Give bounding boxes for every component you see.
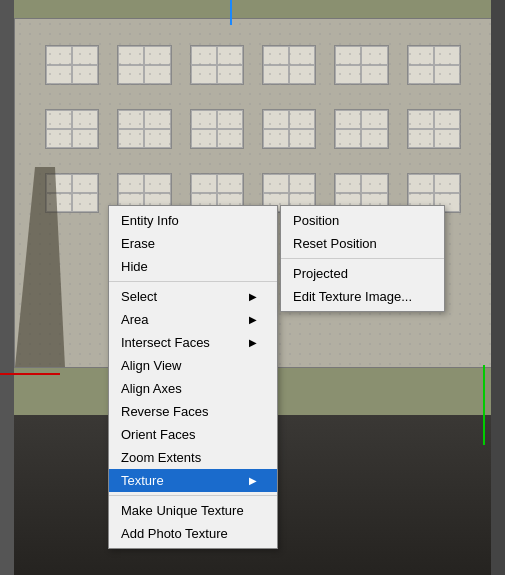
menu-item-label-align-axes: Align Axes [121,381,257,396]
menu-item-erase[interactable]: Erase [109,232,277,255]
menu-item-intersect-faces[interactable]: Intersect Faces▶ [109,331,277,354]
menu-item-label-orient-faces: Orient Faces [121,427,257,442]
texture-submenu-item-edit-texture-image[interactable]: Edit Texture Image... [281,285,444,308]
menu-item-label-area: Area [121,312,239,327]
context-menu: Entity InfoEraseHideSelect▶Area▶Intersec… [108,205,278,549]
texture-submenu-item-reset-position[interactable]: Reset Position [281,232,444,255]
menu-item-align-view[interactable]: Align View [109,354,277,377]
menu-item-label-erase: Erase [121,236,257,251]
menu-item-label-texture: Texture [121,473,239,488]
menu-item-entity-info[interactable]: Entity Info [109,209,277,232]
menu-item-label-add-photo-texture: Add Photo Texture [121,526,257,541]
texture-submenu-label-projected: Projected [293,266,424,281]
submenu-arrow-icon: ▶ [249,314,257,325]
menu-divider [109,495,277,496]
menu-item-align-axes[interactable]: Align Axes [109,377,277,400]
menu-item-label-intersect-faces: Intersect Faces [121,335,239,350]
menu-item-make-unique-texture[interactable]: Make Unique Texture [109,499,277,522]
texture-submenu-label-reset-position: Reset Position [293,236,424,251]
menu-item-hide[interactable]: Hide [109,255,277,278]
menu-item-reverse-faces[interactable]: Reverse Faces [109,400,277,423]
texture-submenu-item-position[interactable]: Position [281,209,444,232]
texture-submenu-label-edit-texture-image: Edit Texture Image... [293,289,424,304]
menu-item-texture[interactable]: Texture▶ [109,469,277,492]
menu-item-zoom-extents[interactable]: Zoom Extents [109,446,277,469]
submenu-arrow-icon: ▶ [249,475,257,486]
menu-item-area[interactable]: Area▶ [109,308,277,331]
menu-item-label-zoom-extents: Zoom Extents [121,450,257,465]
menu-item-select[interactable]: Select▶ [109,285,277,308]
menu-item-add-photo-texture[interactable]: Add Photo Texture [109,522,277,545]
menu-item-label-make-unique-texture: Make Unique Texture [121,503,257,518]
texture-submenu-divider [281,258,444,259]
texture-submenu-label-position: Position [293,213,424,228]
axis-blue-top [230,0,232,25]
menu-item-label-hide: Hide [121,259,257,274]
menu-item-label-reverse-faces: Reverse Faces [121,404,257,419]
axis-green [483,365,485,445]
viewport: Entity InfoEraseHideSelect▶Area▶Intersec… [0,0,505,575]
texture-submenu: PositionReset PositionProjectedEdit Text… [280,205,445,312]
submenu-arrow-icon: ▶ [249,291,257,302]
submenu-arrow-icon: ▶ [249,337,257,348]
menu-item-orient-faces[interactable]: Orient Faces [109,423,277,446]
menu-item-label-align-view: Align View [121,358,257,373]
right-edge-panel [491,0,505,575]
menu-item-label-entity-info: Entity Info [121,213,257,228]
texture-submenu-item-projected[interactable]: Projected [281,262,444,285]
menu-item-label-select: Select [121,289,239,304]
axis-red [0,373,60,375]
menu-divider [109,281,277,282]
left-edge-panel [0,0,14,575]
